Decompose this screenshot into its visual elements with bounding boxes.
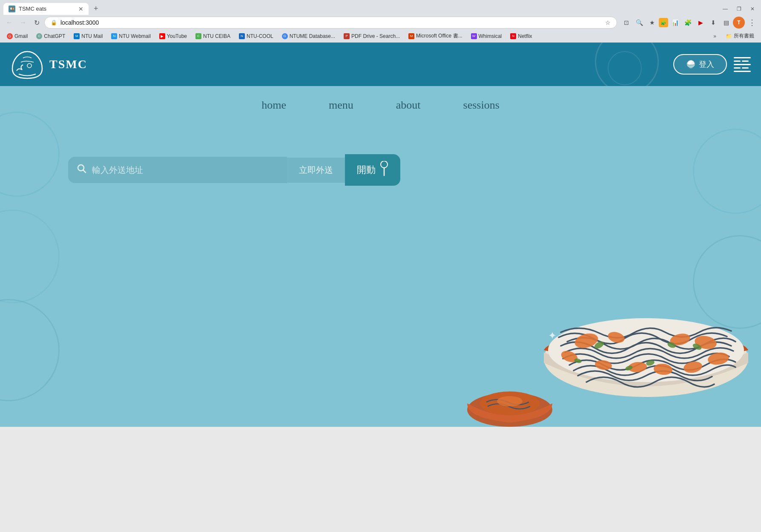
nav-sessions[interactable]: sessions — [463, 99, 500, 112]
tab-title: TSMC eats — [19, 6, 46, 12]
bookmark-label: Microsoft Office 書... — [416, 32, 462, 40]
bookmark-label: PDF Drive - Search... — [351, 33, 400, 39]
active-tab[interactable]: 🍱 TSMC eats ✕ — [3, 3, 89, 15]
forward-button[interactable]: → — [17, 17, 29, 29]
bookmark-pdfdrive[interactable]: P PDF Drive - Search... — [340, 32, 403, 40]
go-button[interactable]: 開動 — [345, 154, 400, 186]
menu-line-4b — [742, 67, 749, 69]
bookmark-ntu-ceiba[interactable]: C NTU CEIBA — [192, 32, 234, 40]
hamburger-menu-button[interactable] — [734, 57, 751, 72]
deco-circle-left3 — [0, 299, 60, 401]
gmail-favicon: G — [7, 33, 13, 39]
menu-line-1 — [734, 57, 751, 58]
bookmark-label: NTU CEIBA — [203, 33, 230, 39]
title-bar: 🍱 TSMC eats ✕ + — ❐ ✕ — [0, 0, 761, 15]
bookmark-gmail[interactable]: G Gmail — [3, 32, 31, 40]
address-input-wrapper[interactable]: 輸入外送地址 — [68, 157, 287, 183]
more-bookmarks-icon: » — [713, 33, 716, 39]
toolbar-icons: ⊡ 🔍 ★ 🧩 📊 🧩 ▶ ⬇ ▤ T ⋮ — [620, 17, 758, 29]
sidebar-icon[interactable]: ▤ — [720, 17, 732, 29]
bookmark-label: NTU-COOL — [247, 33, 273, 39]
extension-icon[interactable]: 🧩 — [659, 18, 668, 27]
whimsical-favicon: W — [471, 33, 477, 39]
ms-favicon: M — [408, 33, 414, 39]
bookmark-microsoft[interactable]: M Microsoft Office 書... — [405, 32, 465, 40]
website-content: TSMC 🍚 登入 — [0, 43, 761, 427]
ntu-webmail-favicon: N — [111, 33, 117, 39]
bookmark-icon[interactable]: ★ — [646, 17, 658, 29]
bookmark-ntu-cool[interactable]: N NTU-COOL — [235, 32, 277, 40]
hero-section: 輸入外送地址 立即外送 開動 — [0, 120, 761, 203]
login-icon: 🍚 — [686, 60, 695, 69]
bar-chart-icon[interactable]: 📊 — [669, 17, 681, 29]
delivery-label: 立即外送 — [299, 165, 333, 175]
site-nav: home menu about sessions — [0, 86, 761, 120]
menu-line-2a — [734, 60, 741, 62]
menu-line-5 — [734, 71, 751, 72]
bookmarks-bar: G Gmail C ChatGPT M NTU Mail N NTU Webma… — [0, 30, 761, 43]
delivery-toggle[interactable]: 立即外送 — [287, 158, 345, 183]
more-options-button[interactable]: ⋮ — [746, 17, 758, 29]
cast-icon[interactable]: ⊡ — [620, 17, 632, 29]
header-right: 🍚 登入 — [673, 54, 751, 75]
back-button[interactable]: ← — [3, 17, 15, 29]
site-logo-area: TSMC — [10, 49, 87, 79]
bookmark-label: YouTube — [167, 33, 187, 39]
minimize-button[interactable]: — — [720, 4, 730, 14]
bookmark-youtube[interactable]: ▶ YouTube — [156, 32, 190, 40]
ntume-favicon: G — [282, 33, 288, 39]
bookmark-ntu-webmail[interactable]: N NTU Webmail — [108, 32, 154, 40]
close-button[interactable]: ✕ — [747, 4, 758, 14]
login-button[interactable]: 🍚 登入 — [673, 54, 727, 75]
pdfdrive-favicon: P — [344, 33, 350, 39]
youtube-icon[interactable]: ▶ — [695, 17, 706, 29]
bookmark-ntume[interactable]: G NTUME Database... — [279, 32, 339, 40]
bookmark-folder[interactable]: 📁 所有書籤 — [722, 32, 758, 40]
more-bookmarks-button[interactable]: » — [711, 32, 719, 40]
bookmark-label: Whimsical — [479, 33, 502, 39]
bookmark-chatgpt[interactable]: C ChatGPT — [33, 32, 69, 40]
menu-line-group — [734, 60, 751, 62]
nav-about[interactable]: about — [396, 99, 421, 112]
deco-circle-left2 — [0, 210, 60, 303]
star-icon: ☆ — [605, 19, 611, 26]
svg-point-0 — [27, 63, 32, 68]
url-text: localhost:3000 — [60, 19, 602, 26]
svg-line-2 — [83, 170, 86, 173]
menu-line-group-2 — [734, 67, 751, 69]
login-label: 登入 — [699, 59, 714, 69]
extensions-button[interactable]: 🧩 — [682, 17, 694, 29]
nav-bar: ← → ↻ 🔒 localhost:3000 ☆ ⊡ 🔍 ★ 🧩 📊 🧩 ▶ ⬇… — [0, 15, 761, 30]
site-logo — [10, 49, 44, 79]
profile-avatar[interactable]: T — [733, 17, 745, 29]
bookmark-label: NTU Webmail — [119, 33, 150, 39]
bookmark-netflix[interactable]: N Netflix — [507, 32, 535, 40]
zoom-icon[interactable]: 🔍 — [633, 17, 645, 29]
site-header: TSMC 🍚 登入 — [0, 43, 761, 86]
svg-point-3 — [381, 161, 388, 168]
restore-button[interactable]: ❐ — [734, 4, 744, 14]
bookmark-whimsical[interactable]: W Whimsical — [468, 32, 505, 40]
menu-line-4a — [734, 67, 741, 69]
address-bar[interactable]: 🔒 localhost:3000 ☆ — [44, 17, 617, 29]
ceiba-favicon: C — [195, 33, 201, 39]
bookmark-label: Gmail — [14, 33, 28, 39]
new-tab-button[interactable]: + — [90, 3, 102, 15]
nav-menu[interactable]: menu — [329, 99, 353, 112]
header-deco-circle-2 — [608, 51, 642, 85]
netflix-favicon: N — [510, 33, 516, 39]
download-icon[interactable]: ⬇ — [707, 17, 719, 29]
bookmark-ntu-mail[interactable]: M NTU Mail — [70, 32, 106, 40]
tab-favicon: 🍱 — [9, 6, 15, 12]
reload-button[interactable]: ↻ — [31, 17, 43, 29]
site-title: TSMC — [49, 58, 87, 71]
search-icon — [77, 164, 87, 176]
chatgpt-favicon: C — [36, 33, 42, 39]
nav-home[interactable]: home — [261, 99, 286, 112]
ntu-mail-favicon: M — [74, 33, 80, 39]
bookmark-label: ChatGPT — [44, 33, 65, 39]
tab-close-button[interactable]: ✕ — [78, 6, 83, 12]
header-deco-circle — [595, 43, 659, 86]
browser-chrome: 🍱 TSMC eats ✕ + — ❐ ✕ ← → ↻ 🔒 localhost:… — [0, 0, 761, 43]
menu-line-2b — [742, 60, 749, 62]
